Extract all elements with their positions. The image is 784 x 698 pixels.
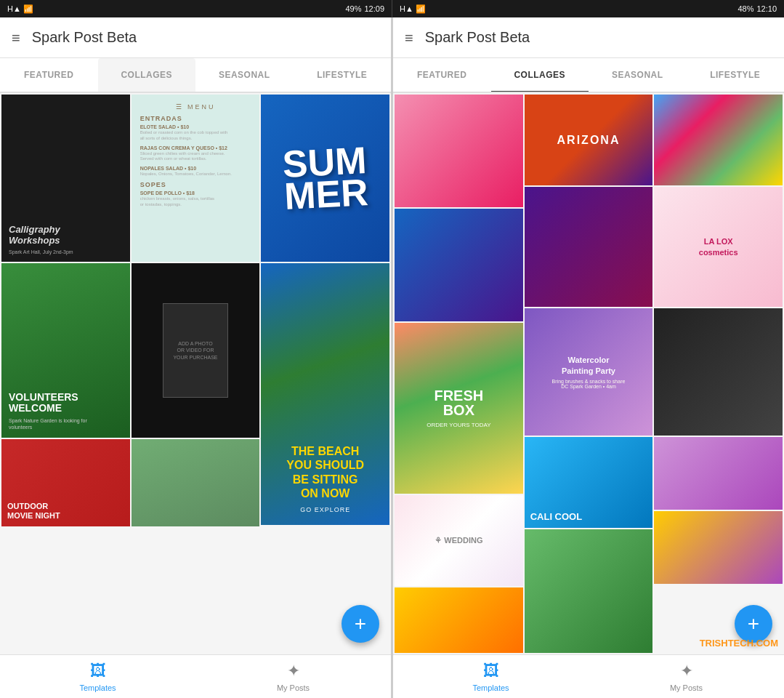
watercolor-text: WatercolorPainting Party — [562, 355, 615, 376]
left-col-1: CalligraphyWorkshops Spark Art Hall, Jul… — [1, 95, 130, 526]
card-arrows[interactable] — [654, 308, 783, 436]
left-signal: H▲ 📶 — [7, 4, 33, 14]
card-cactus[interactable] — [525, 529, 653, 653]
outdoor-text: OUTDOORMOVIE NIGHT — [7, 502, 60, 521]
arizona-text: ARIZONA — [557, 134, 621, 147]
right-app-bar: ≡ Spark Post Beta — [393, 17, 784, 58]
right-templates-label: Templates — [472, 683, 509, 692]
la-lox-text: LA LOXcosmetics — [699, 236, 738, 257]
card-colorful-squares[interactable] — [654, 95, 783, 185]
card-lemon-fruits[interactable] — [395, 587, 523, 653]
right-status: H▲ 📶 48% 12:10 — [392, 0, 784, 17]
card-pink-strips[interactable] — [395, 95, 523, 207]
left-tab-collages[interactable]: COLLAGES — [98, 58, 196, 92]
left-col-2: ☰ MENU ENTRADAS ELOTE SALAD • $10 Boiled… — [132, 95, 260, 526]
my-posts-label: My Posts — [277, 683, 310, 692]
menu-item-1: ELOTE SALAD • $10 — [140, 124, 251, 129]
right-col-2: ARIZONA WatercolorPainting Party Bring b… — [525, 95, 653, 653]
right-menu-icon[interactable]: ≡ — [405, 31, 413, 45]
card-arizona[interactable]: ARIZONA — [525, 95, 653, 185]
card-outdoor[interactable]: OUTDOORMOVIE NIGHT — [1, 439, 130, 526]
right-tab-bar: FEATURED COLLAGES SEASONAL LIFESTYLE — [393, 58, 784, 93]
right-tab-lifestyle[interactable]: LIFESTYLE — [687, 58, 785, 92]
card-wedding[interactable]: ⚘ WEDDING — [395, 495, 523, 586]
left-tab-bar: FEATURED COLLAGES SEASONAL LIFESTYLE — [0, 58, 391, 93]
right-tab-seasonal[interactable]: SEASONAL — [589, 58, 687, 92]
left-nav-my-posts[interactable]: ✦ My Posts — [195, 662, 391, 692]
menu-section-2: SOPES — [140, 181, 251, 188]
left-nav-templates[interactable]: 🖼 Templates — [0, 662, 195, 692]
right-fab-icon: + — [748, 612, 759, 635]
right-my-posts-label: My Posts — [670, 683, 703, 692]
left-content-area: CalligraphyWorkshops Spark Art Hall, Jul… — [0, 93, 391, 654]
templates-label: Templates — [79, 683, 116, 692]
watermark: TRISHTECH.COM — [700, 638, 778, 649]
watercolor-sub: Bring brushes & snacks to shareDC Spark … — [552, 379, 626, 389]
right-bottom-nav: 🖼 Templates ✦ My Posts — [393, 654, 784, 698]
right-tab-collages[interactable]: COLLAGES — [491, 58, 589, 92]
right-content-cols: FRESHBOX ORDER YOURS TODAY ⚘ WEDDING ARI… — [393, 93, 784, 654]
left-tab-seasonal[interactable]: SEASONAL — [195, 58, 294, 92]
card-fresh-box[interactable]: FRESHBOX ORDER YOURS TODAY — [395, 323, 523, 494]
card-volunteers[interactable]: VOLUNTEERSWELCOME Spark Nature Garden is… — [1, 263, 130, 438]
left-tab-lifestyle[interactable]: LIFESTYLE — [294, 58, 392, 92]
left-col-3: SUMMER THE BEACHYOU SHOULDBE SITTINGON N… — [261, 95, 389, 526]
right-templates-icon: 🖼 — [483, 662, 499, 681]
card-cali-cool[interactable]: CALI COOL — [525, 437, 653, 528]
left-content-cols: CalligraphyWorkshops Spark Art Hall, Jul… — [0, 93, 391, 528]
menu-desc-4: chicken breasts, onions, salsa, tortilla… — [140, 196, 251, 208]
menu-title: ☰ MENU — [140, 103, 251, 111]
volunteers-text: VOLUNTEERSWELCOME — [9, 392, 123, 414]
card-la-lox[interactable]: LA LOXcosmetics — [654, 187, 783, 307]
calligraphy-text: CalligraphyWorkshops — [9, 224, 123, 246]
cocktail-inner: ADD A PHOTOOR VIDEO FORYOUR PURCHASE — [163, 303, 228, 398]
left-status: H▲ 📶 49% 12:09 — [0, 0, 392, 17]
calligraphy-sub: Spark Art Hall, July 2nd-3pm — [9, 249, 123, 254]
card-summer[interactable]: SUMMER — [261, 95, 389, 262]
menu-item-4: SOPE DE POLLO • $18 — [140, 190, 251, 196]
left-app-title: Spark Post Beta — [32, 29, 137, 46]
card-purple-fun[interactable] — [654, 437, 783, 510]
fresh-box-sub: ORDER YOURS TODAY — [427, 422, 490, 428]
beach-text-wrapper: THE BEACHYOU SHOULDBE SITTINGON NOW GO E… — [286, 444, 364, 513]
card-eye[interactable] — [525, 187, 653, 307]
card-calligraphy[interactable]: CalligraphyWorkshops Spark Art Hall, Jul… — [1, 95, 130, 262]
my-posts-icon: ✦ — [287, 662, 300, 681]
card-watercolor-party[interactable]: WatercolorPainting Party Bring brushes &… — [525, 308, 653, 436]
card-people[interactable] — [132, 439, 260, 526]
right-battery: 48% — [737, 4, 753, 13]
right-content-area: FRESHBOX ORDER YOURS TODAY ⚘ WEDDING ARI… — [393, 93, 784, 654]
left-app-bar: ≡ Spark Post Beta — [0, 17, 391, 58]
card-blueberry[interactable] — [395, 209, 523, 321]
status-bar: H▲ 📶 49% 12:09 H▲ 📶 48% 12:10 — [0, 0, 784, 17]
phones-container: ≡ Spark Post Beta FEATURED COLLAGES SEAS… — [0, 17, 784, 698]
right-signal: H▲ 📶 — [400, 4, 426, 14]
right-app-title: Spark Post Beta — [425, 29, 530, 46]
beach-text: THE BEACHYOU SHOULDBE SITTINGON NOW — [286, 444, 364, 500]
left-menu-icon[interactable]: ≡ — [12, 31, 20, 45]
left-battery-time: 49% 12:09 — [345, 4, 384, 13]
left-fab-button[interactable]: + — [342, 605, 379, 643]
wedding-text: ⚘ WEDDING — [435, 536, 482, 545]
right-nav-my-posts[interactable]: ✦ My Posts — [589, 662, 784, 692]
left-time: 12:09 — [364, 4, 384, 13]
right-nav-templates[interactable]: 🖼 Templates — [393, 662, 589, 692]
card-cocktail[interactable]: ADD A PHOTOOR VIDEO FORYOUR PURCHASE — [132, 263, 260, 438]
right-tab-featured[interactable]: FEATURED — [393, 58, 491, 92]
cocktail-text: ADD A PHOTOOR VIDEO FORYOUR PURCHASE — [173, 340, 217, 360]
left-bottom-nav: 🖼 Templates ✦ My Posts — [0, 654, 391, 698]
card-beach-aerial[interactable]: THE BEACHYOU SHOULDBE SITTINGON NOW GO E… — [261, 263, 389, 525]
right-col-1: FRESHBOX ORDER YOURS TODAY ⚘ WEDDING — [395, 95, 523, 653]
card-extra[interactable] — [654, 511, 783, 584]
fresh-box-main: FRESHBOX — [434, 388, 483, 417]
beach-sub: GO EXPLORE — [286, 506, 364, 513]
card-menu[interactable]: ☰ MENU ENTRADAS ELOTE SALAD • $10 Boiled… — [132, 95, 260, 262]
menu-item-3: NOPALES SALAD • $10 — [140, 166, 251, 171]
menu-desc-2: Sliced green chilies with cream and chee… — [140, 151, 251, 163]
right-col-3: LA LOXcosmetics — [654, 95, 783, 653]
right-phone-panel: ≡ Spark Post Beta FEATURED COLLAGES SEAS… — [393, 17, 784, 698]
menu-desc-3: Nopales, Onions, Tomatoes, Coriander, Le… — [140, 172, 251, 177]
templates-icon: 🖼 — [90, 662, 106, 681]
left-phone-panel: ≡ Spark Post Beta FEATURED COLLAGES SEAS… — [0, 17, 392, 698]
left-tab-featured[interactable]: FEATURED — [0, 58, 98, 92]
